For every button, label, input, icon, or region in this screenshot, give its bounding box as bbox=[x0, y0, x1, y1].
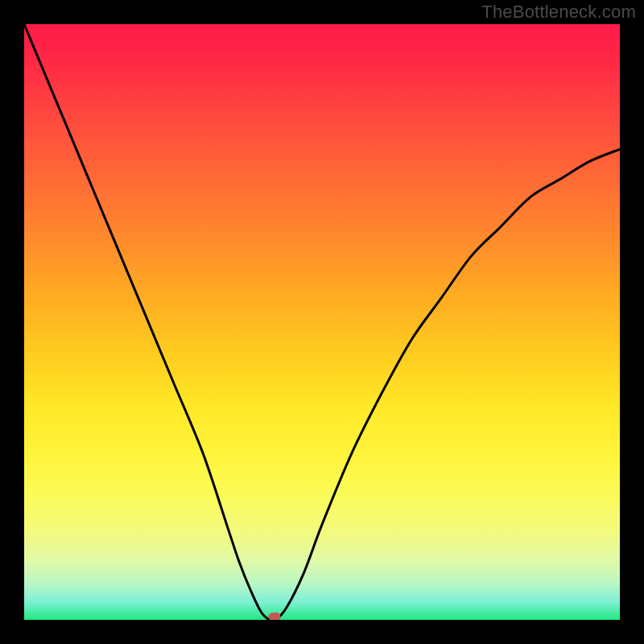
chart-curve bbox=[24, 24, 620, 620]
chart-plot-area bbox=[24, 24, 620, 620]
chart-minimum-marker bbox=[268, 613, 280, 620]
watermark-text: TheBottleneck.com bbox=[481, 2, 636, 23]
